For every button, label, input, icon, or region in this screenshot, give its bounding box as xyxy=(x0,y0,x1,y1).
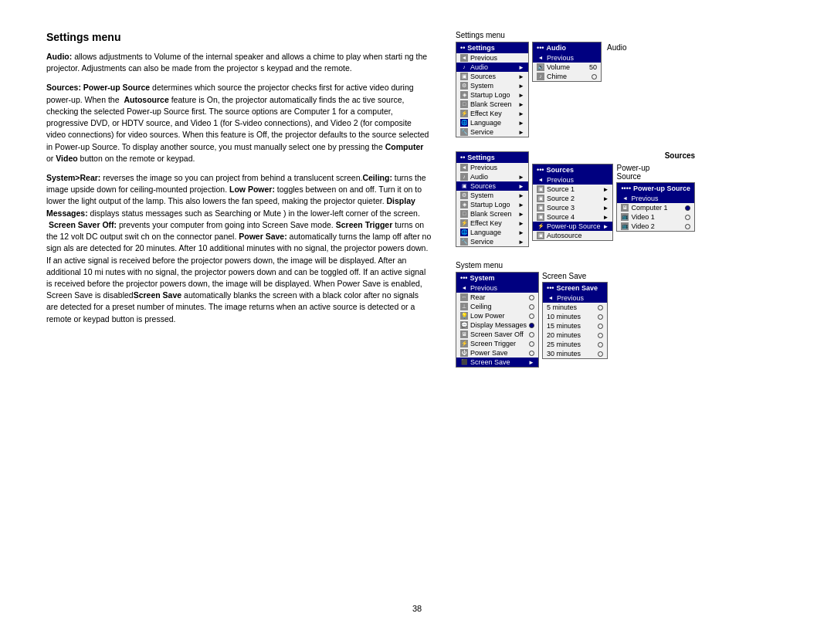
10min-radio xyxy=(598,314,603,320)
comp1-radio xyxy=(685,205,690,211)
audio-submenu-box: ••• Audio ◄ Previous 🔊 Volume 50 ♪ Chime xyxy=(532,42,602,82)
ss-10min: 10 minutes xyxy=(543,312,607,321)
25min-radio xyxy=(598,342,603,347)
displaymsg-radio xyxy=(529,323,534,328)
sys-powersave: ⏻ Power Save xyxy=(456,348,538,358)
audio-header: ••• Audio xyxy=(533,42,601,53)
s2-startup: ◈ Startup Logo ► xyxy=(456,200,528,209)
sys-screensave: ⬛ Screen Save ► xyxy=(456,358,538,367)
audio-section: Settings menu •• Settings ◄ Previous ♪ A… xyxy=(456,31,780,137)
audio-item-volume: 🔊 Volume 50 xyxy=(533,63,601,72)
video1-radio xyxy=(685,215,690,220)
settings-header-2: •• Settings xyxy=(456,152,528,163)
sources-header: ••• Sources xyxy=(533,164,612,175)
src-s2: ▣ Source 2 ► xyxy=(533,194,612,203)
settings-menu-label1: Settings menu xyxy=(456,31,780,39)
15min-radio xyxy=(598,324,603,329)
powerup-submenu-box: •••• Power-up Source ◄ Previous 🖥 Comput… xyxy=(616,182,695,232)
screensave-submenu-box: ••• Screen Save ◄ Previous 5 minutes 10 … xyxy=(542,282,608,359)
src-s1: ▣ Source 1 ► xyxy=(533,185,612,194)
pu-comp1: 🖥 Computer 1 xyxy=(617,203,694,212)
screensave-label: Screen Save xyxy=(542,272,586,280)
s2-sources: ▣ Sources ► xyxy=(456,181,528,191)
settings-item-language-1: 🌐 Language ► xyxy=(456,118,528,127)
system-paragraph: System>Rear: reverses the image so you c… xyxy=(46,172,432,325)
sys-ceiling: ⊥ Ceiling xyxy=(456,302,538,311)
pu-video1: 📺 Video 1 xyxy=(617,212,694,222)
ss-5min: 5 minutes xyxy=(543,303,607,312)
settings-header-1: •• Settings xyxy=(456,42,528,53)
system-menu-label: System menu xyxy=(456,261,780,269)
sys-screensaveroff: 🖥 Screen Saver Off xyxy=(456,330,538,339)
screensaveroff-radio xyxy=(529,332,534,337)
settings-item-effect: ⚡ Effect Key ► xyxy=(456,109,528,118)
src-prev: ◄ Previous xyxy=(533,175,612,185)
src-s3: ▣ Source 3 ► xyxy=(533,203,612,212)
settings-menu-box-2: •• Settings ◄ Previous ♪ Audio ► ▣ Sourc… xyxy=(456,151,529,247)
audio-label-right: Audio xyxy=(607,42,627,52)
sys-prev: ◄ Previous xyxy=(456,283,538,293)
right-column: Settings menu •• Settings ◄ Previous ♪ A… xyxy=(456,31,780,596)
settings-item-system-1: ⚙ System ► xyxy=(456,81,528,90)
sources-label: Sources xyxy=(665,151,695,160)
ss-prev: ◄ Previous xyxy=(543,293,607,303)
settings-item-blank: □ Blank Screen ► xyxy=(456,100,528,109)
s2-language: 🌐 Language ► xyxy=(456,228,528,237)
page-number: 38 xyxy=(46,604,788,613)
sys-displaymsg: 💬 Display Messages xyxy=(456,320,538,330)
sys-screentrigger: ⚡ Screen Trigger xyxy=(456,339,538,348)
left-column: Settings menu Audio: allows adjustments … xyxy=(46,31,432,596)
page: Settings menu Audio: allows adjustments … xyxy=(0,0,834,644)
rear-radio xyxy=(529,295,534,300)
system-menu-box: ••• System ◄ Previous ↔ Rear ⊥ Ceiling xyxy=(456,272,539,368)
settings-item-audio: ♪ Audio ► xyxy=(456,63,528,72)
settings-item-previous-1: ◄ Previous xyxy=(456,53,528,63)
lowpower-radio xyxy=(529,314,534,319)
pu-prev: ◄ Previous xyxy=(617,194,694,203)
sys-rear: ↔ Rear xyxy=(456,293,538,302)
system-section: System menu ••• System ◄ Previous ↔ Rear xyxy=(456,261,780,368)
s2-effect: ⚡ Effect Key ► xyxy=(456,219,528,228)
5min-radio xyxy=(598,305,603,310)
settings-menu-box-1: •• Settings ◄ Previous ♪ Audio ► ▣ Sourc… xyxy=(456,42,529,137)
ss-25min: 25 minutes xyxy=(543,340,607,349)
settings-item-sources-1: ▣ Sources ► xyxy=(456,72,528,81)
sources-paragraph: Sources: Power-up Source determines whic… xyxy=(46,82,432,164)
20min-radio xyxy=(598,333,603,338)
powerup-label: Power-upSource xyxy=(616,164,649,181)
settings-item-startup: ◈ Startup Logo ► xyxy=(456,90,528,100)
chime-radio xyxy=(592,74,597,80)
settings-item-service-1: 🔧 Service ► xyxy=(456,127,528,137)
ss-20min: 20 minutes xyxy=(543,330,607,340)
ss-15min: 15 minutes xyxy=(543,321,607,330)
audio-paragraph: Audio: allows adjustments to Volume of t… xyxy=(46,51,432,74)
sources-submenu-box: ••• Sources ◄ Previous ▣ Source 1 ► ▣ So… xyxy=(532,164,613,241)
page-title: Settings menu xyxy=(46,31,432,43)
screensave-header: ••• Screen Save xyxy=(543,283,607,293)
pu-video2: 📺 Video 2 xyxy=(617,222,694,231)
src-powerup: ⚡ Power-up Source ► xyxy=(533,222,612,231)
powerup-header: •••• Power-up Source xyxy=(617,183,694,194)
src-autosource: ▣ Autosource xyxy=(533,231,612,240)
system-header: ••• System xyxy=(456,273,538,283)
30min-radio xyxy=(598,351,603,357)
sys-lowpower: 💡 Low Power xyxy=(456,311,538,320)
s2-blank: □ Blank Screen ► xyxy=(456,209,528,219)
audio-item-chime: ♪ Chime xyxy=(533,72,601,81)
powersave-radio xyxy=(529,351,534,356)
ceiling-radio xyxy=(529,304,534,310)
ss-30min: 30 minutes xyxy=(543,349,607,358)
s2-system: ⚙ System ► xyxy=(456,191,528,200)
screentrigger-radio xyxy=(529,341,534,347)
s2-prev: ◄ Previous xyxy=(456,163,528,172)
audio-item-previous: ◄ Previous xyxy=(533,53,601,63)
sources-section: •• Settings ◄ Previous ♪ Audio ► ▣ Sourc… xyxy=(456,151,780,247)
s2-service: 🔧 Service ► xyxy=(456,237,528,246)
s2-audio: ♪ Audio ► xyxy=(456,172,528,181)
src-s4: ▣ Source 4 ► xyxy=(533,212,612,222)
video2-radio xyxy=(685,224,690,229)
